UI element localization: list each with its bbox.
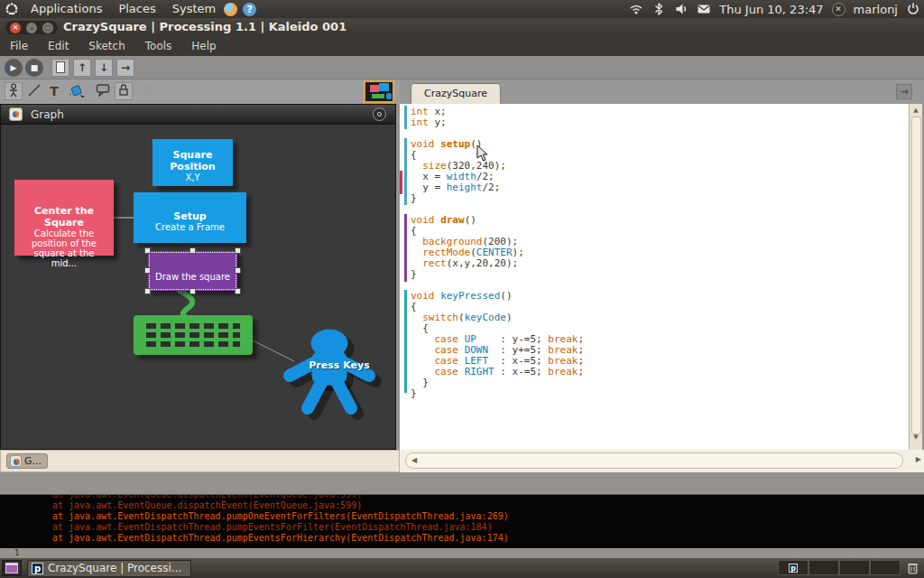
- code-line: rect(x,y,20,20);: [411, 258, 584, 269]
- export-button[interactable]: →: [116, 59, 134, 77]
- code-line: int y;: [411, 117, 584, 128]
- comment-tool-button[interactable]: [94, 82, 112, 100]
- top-panel: Applications Places System ? Thu Jun 10,…: [0, 0, 924, 18]
- workspace-1[interactable]: p: [778, 560, 808, 575]
- workspace-4[interactable]: [870, 560, 901, 575]
- username[interactable]: marlonj: [854, 3, 898, 16]
- keyboard-keys-row: [146, 341, 240, 347]
- code-line: }: [411, 378, 584, 388]
- graph-minimap[interactable]: [364, 80, 394, 103]
- power-icon[interactable]: [906, 2, 920, 16]
- status-strip: 1: [0, 548, 924, 558]
- menu-help[interactable]: Help: [181, 40, 226, 52]
- desktop: Applications Places System ? Thu Jun 10,…: [0, 0, 924, 578]
- tab-overflow-button[interactable]: →: [896, 84, 912, 99]
- graph-window-header[interactable]: Graph: [1, 105, 395, 125]
- save-button[interactable]: ↓: [95, 59, 113, 77]
- menu-sketch[interactable]: Sketch: [79, 40, 134, 52]
- code-line: case RIGHT : x-=5; break;: [411, 367, 584, 378]
- close-button[interactable]: ✕: [10, 23, 21, 33]
- minimize-button[interactable]: ⌄: [26, 23, 37, 33]
- scroll-down-arrow[interactable]: ▼: [910, 434, 922, 441]
- menu-places[interactable]: Places: [110, 0, 163, 18]
- selection-handle[interactable]: [235, 247, 241, 254]
- scroll-up-arrow[interactable]: ▲: [910, 107, 922, 114]
- block-marker-draw: [404, 214, 407, 282]
- node-setup[interactable]: Setup Create a Frame: [134, 192, 246, 243]
- minimap-blue-node: [379, 83, 389, 91]
- graph-canvas[interactable]: Square Position X,Y Center the Square Ca…: [1, 125, 395, 449]
- node-center-the-square[interactable]: Center the Square Calculate the position…: [14, 180, 114, 256]
- graph-window: Graph: [0, 104, 396, 450]
- open-button[interactable]: ↑: [73, 59, 91, 77]
- stop-button[interactable]: ■: [25, 59, 43, 77]
- node-keyboard[interactable]: [134, 315, 253, 355]
- code-editor[interactable]: int x;int y; void setup(){ size(320,240)…: [400, 104, 909, 453]
- console-line: at java.awt.EventQueue.dispatchEvent(Eve…: [52, 500, 924, 511]
- wifi-icon[interactable]: [629, 2, 643, 16]
- code-line: }: [411, 269, 584, 280]
- menu-tools[interactable]: Tools: [135, 40, 182, 52]
- line-tool-button[interactable]: [25, 82, 43, 100]
- menu-edit[interactable]: Edit: [38, 40, 79, 52]
- maximize-button[interactable]: □: [42, 23, 53, 33]
- code-line: void setup(): [411, 139, 584, 150]
- block-marker-keypressed: [404, 290, 407, 393]
- mail-icon[interactable]: [697, 2, 711, 16]
- vertical-scrollbar-thumb[interactable]: [911, 117, 921, 434]
- workspace-2[interactable]: [808, 560, 839, 575]
- menu-system[interactable]: System: [164, 0, 224, 18]
- node-square-position[interactable]: Square Position X,Y: [152, 139, 233, 186]
- user-status-icon[interactable]: ✕: [832, 3, 845, 16]
- selection-handle[interactable]: [144, 288, 151, 294]
- code-line: y = height/2;: [411, 182, 584, 193]
- code-line: void keyPressed(): [411, 291, 584, 302]
- show-desktop-button[interactable]: [2, 560, 22, 576]
- selection-handle[interactable]: [144, 267, 151, 274]
- console-line: at java.awt.EventDispatchThread.pumpEven…: [52, 522, 924, 533]
- vertical-scrollbar[interactable]: ▲ ▼: [909, 104, 922, 453]
- new-sketch-button[interactable]: [51, 59, 69, 77]
- fill-tool-button[interactable]: [66, 82, 88, 100]
- node-title: Center the Square: [20, 205, 108, 228]
- clock[interactable]: Thu Jun 10, 23:47: [719, 3, 823, 16]
- trash-icon[interactable]: [905, 560, 920, 575]
- code-view-tool-button[interactable]: </>: [135, 82, 153, 100]
- node-subtitle: Create a Frame: [134, 222, 246, 232]
- run-button[interactable]: ▶: [5, 59, 23, 77]
- bluetooth-icon[interactable]: [651, 2, 666, 16]
- paint-bucket-icon: [68, 83, 86, 98]
- menu-file[interactable]: File: [0, 40, 38, 52]
- console-line: at java.awt.EventDispatchThread.pumpEven…: [52, 533, 924, 544]
- selection-handle[interactable]: [144, 247, 151, 254]
- graph-maximize-button[interactable]: [373, 107, 386, 121]
- actor-tool-button[interactable]: [5, 82, 23, 100]
- help-launcher-icon[interactable]: ?: [243, 3, 256, 16]
- selection-handle[interactable]: [235, 288, 241, 294]
- firefox-launcher-icon[interactable]: [224, 3, 237, 16]
- ubuntu-logo-icon[interactable]: [5, 2, 19, 16]
- lock-icon: [117, 83, 130, 98]
- node-draw-the-square[interactable]: Draw the square: [148, 251, 237, 291]
- selection-handle[interactable]: [189, 288, 196, 294]
- tab-crazysquare[interactable]: CrazySquare: [411, 83, 501, 104]
- horizontal-scrollbar[interactable]: ◀: [405, 452, 903, 469]
- text-tool-button[interactable]: T: [45, 82, 63, 100]
- lock-tool-button[interactable]: [115, 82, 133, 100]
- console-divider[interactable]: [0, 472, 924, 494]
- scroll-right-arrow[interactable]: ▶: [916, 455, 921, 463]
- node-title: Square Position: [152, 149, 233, 172]
- selection-handle[interactable]: [189, 247, 196, 254]
- menu-applications[interactable]: Applications: [23, 0, 110, 18]
- main-toolbar: ▶ ■ ↑ ↓ →: [0, 56, 924, 79]
- graph-window-icon: [9, 107, 23, 121]
- actor-icon: [7, 83, 20, 98]
- task-button-crazysquare[interactable]: p CrazySquare | Processi...: [27, 560, 191, 577]
- window-title-bar[interactable]: ✕ ⌄ □ CrazySquare | Processing 1.1 | Kal…: [0, 18, 924, 36]
- graph-minimized-button[interactable]: G...: [6, 453, 48, 469]
- volume-icon[interactable]: [674, 2, 688, 16]
- workspace-3[interactable]: [839, 560, 870, 575]
- code-text[interactable]: int x;int y; void setup(){ size(320,240)…: [411, 107, 584, 399]
- selection-handle[interactable]: [235, 267, 241, 274]
- show-desktop-icon: [5, 563, 18, 573]
